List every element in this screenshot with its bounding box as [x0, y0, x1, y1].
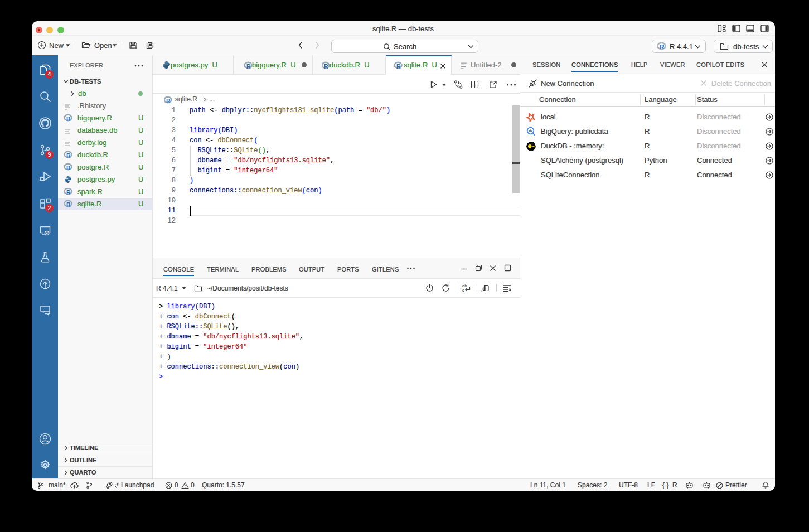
svg-text:R: R	[396, 63, 401, 70]
svg-text:R: R	[660, 43, 665, 50]
svg-text:R: R	[324, 63, 328, 70]
svg-text:c: c	[462, 288, 464, 293]
svg-text:R: R	[66, 115, 71, 122]
svg-text:R: R	[246, 63, 251, 70]
svg-text:R: R	[66, 201, 71, 208]
svg-text:R: R	[66, 189, 71, 196]
svg-text:R: R	[66, 165, 71, 171]
svg-text:R: R	[166, 97, 171, 104]
svg-text:R: R	[66, 152, 71, 159]
